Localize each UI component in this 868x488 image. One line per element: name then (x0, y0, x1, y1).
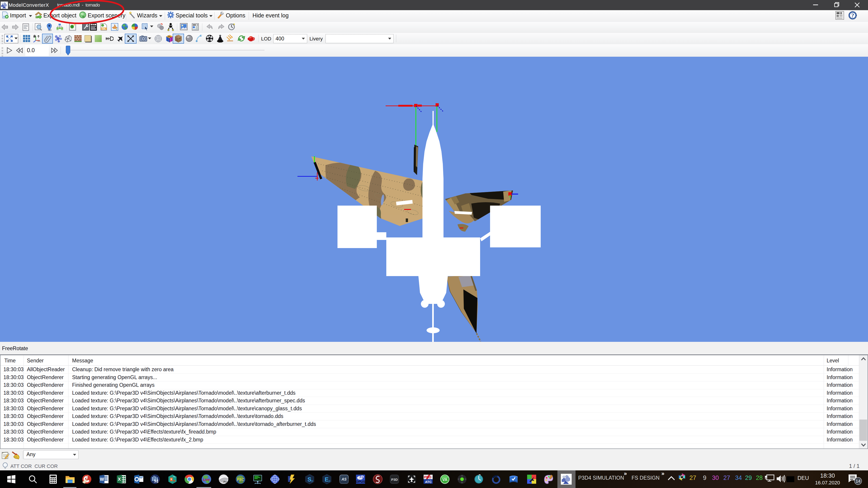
svg-text:Pro: Pro (223, 481, 228, 483)
svg-text:FSI: FSI (360, 476, 364, 479)
svg-text:VA: VA (442, 478, 447, 482)
svg-text:Live: Live (203, 478, 210, 482)
svg-text:AS: AS (341, 477, 347, 481)
svg-text:F: F (329, 480, 330, 483)
svg-text:14: 14 (856, 479, 861, 484)
svg-text:OPUS: OPUS (356, 480, 366, 484)
svg-text:M: M (154, 478, 159, 484)
svg-text:F: F (311, 480, 313, 483)
svg-text:W: W (100, 477, 104, 482)
svg-text:FSC: FSC (237, 478, 244, 482)
svg-text:ATC: ATC (425, 480, 432, 484)
svg-text:PRO: PRO (424, 475, 432, 479)
svg-text:?: ? (851, 12, 854, 19)
svg-text:E: E (324, 476, 329, 483)
svg-text:P3D: P3D (391, 478, 398, 482)
svg-text:X: X (118, 477, 121, 482)
svg-text:S: S (307, 476, 311, 483)
